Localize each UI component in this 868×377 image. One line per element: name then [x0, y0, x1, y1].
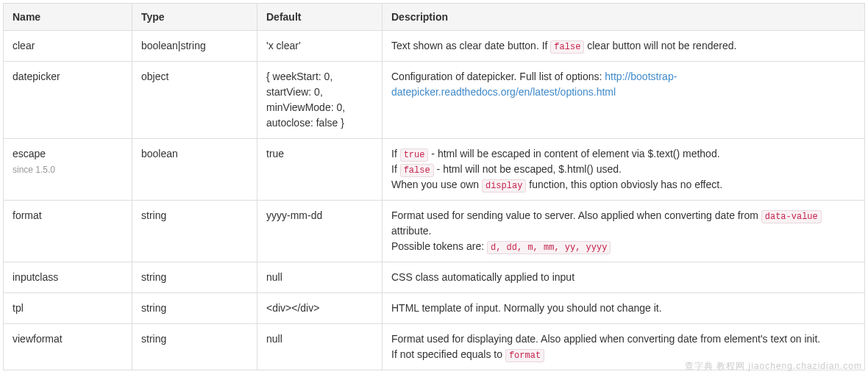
cell-description: Configuration of datepicker. Full list o… — [383, 62, 865, 139]
desc-text: Format used for displaying date. Also ap… — [391, 333, 820, 345]
cell-name: clear — [4, 31, 132, 62]
desc-text: function, this option obviosly has no ef… — [526, 179, 722, 190]
option-name: inputclass — [13, 271, 58, 283]
desc-text: Format used for sending value to server.… — [391, 209, 761, 221]
cell-default: yyyy-mm-dd — [257, 201, 383, 262]
desc-text: HTML template of input. Normally you sho… — [391, 302, 662, 314]
inline-code: false — [400, 164, 434, 177]
cell-description: HTML template of input. Normally you sho… — [383, 293, 865, 324]
cell-type: string — [132, 201, 257, 262]
table-row: viewformatstringnullFormat used for disp… — [4, 324, 865, 370]
option-name: datepicker — [13, 71, 60, 82]
cell-type: string — [132, 324, 257, 370]
desc-text: - html will not be escaped, $.html() use… — [434, 163, 622, 175]
cell-type: object — [132, 62, 257, 139]
table-header-row: Name Type Default Description — [4, 4, 865, 31]
cell-type: string — [132, 293, 257, 324]
cell-default: null — [257, 324, 383, 370]
cell-type: string — [132, 262, 257, 293]
desc-text: - html will be escaped in content of ele… — [428, 148, 719, 159]
cell-description: Format used for sending value to server.… — [383, 201, 865, 262]
desc-text: Possible tokens are: — [391, 240, 487, 252]
desc-text: If not specified equals to — [391, 348, 505, 360]
table-row: datepickerobject{ weekStart: 0, startVie… — [4, 62, 865, 139]
cell-default: <div></div> — [257, 293, 383, 324]
table-row: formatstringyyyy-mm-ddFormat used for se… — [4, 201, 865, 262]
cell-default: 'x clear' — [257, 31, 383, 62]
table-row: escapesince 1.5.0booleantrueIf true - ht… — [4, 139, 865, 201]
inline-code: display — [482, 179, 526, 193]
inline-code: false — [550, 40, 584, 54]
table-row: clearboolean|string'x clear'Text shown a… — [4, 31, 865, 62]
inline-code: d, dd, m, mm, yy, yyyy — [487, 241, 611, 254]
option-name: format — [13, 209, 42, 221]
desc-text: CSS class automatically applied to input — [391, 271, 574, 283]
cell-description: Text shown as clear date button. If fals… — [383, 31, 865, 62]
cell-name: tpl — [4, 293, 132, 324]
options-table: Name Type Default Description clearboole… — [3, 3, 865, 370]
inline-code: format — [505, 349, 544, 362]
col-header-default: Default — [257, 4, 383, 31]
col-header-name: Name — [4, 4, 132, 31]
cell-default: { weekStart: 0, startView: 0, minViewMod… — [257, 62, 383, 139]
desc-text: Text shown as clear date button. If — [391, 40, 550, 51]
option-name: tpl — [13, 302, 24, 314]
cell-name: format — [4, 201, 132, 262]
table-row: inputclassstringnullCSS class automatica… — [4, 262, 865, 293]
since-label: since 1.5.0 — [13, 163, 123, 176]
option-name: escape — [13, 148, 46, 159]
desc-text: attribute. — [391, 225, 431, 237]
cell-default: true — [257, 139, 383, 201]
cell-description: If true - html will be escaped in conten… — [383, 139, 865, 201]
option-name: clear — [13, 40, 35, 51]
cell-name: inputclass — [4, 262, 132, 293]
cell-name: escapesince 1.5.0 — [4, 139, 132, 201]
col-header-description: Description — [383, 4, 865, 31]
cell-description: CSS class automatically applied to input — [383, 262, 865, 293]
desc-text: When you use own — [391, 179, 482, 190]
desc-text: clear button will not be rendered. — [584, 40, 736, 51]
inline-code: data-value — [761, 210, 822, 223]
inline-code: true — [400, 148, 429, 162]
option-name: viewformat — [13, 333, 63, 345]
cell-name: viewformat — [4, 324, 132, 370]
col-header-type: Type — [132, 4, 257, 31]
cell-type: boolean — [132, 139, 257, 201]
table-row: tplstring<div></div>HTML template of inp… — [4, 293, 865, 324]
desc-text: Configuration of datepicker. Full list o… — [391, 71, 605, 82]
cell-type: boolean|string — [132, 31, 257, 62]
cell-description: Format used for displaying date. Also ap… — [383, 324, 865, 370]
cell-default: null — [257, 262, 383, 293]
desc-text: If — [391, 163, 400, 175]
cell-name: datepicker — [4, 62, 132, 139]
desc-text: If — [391, 148, 400, 159]
